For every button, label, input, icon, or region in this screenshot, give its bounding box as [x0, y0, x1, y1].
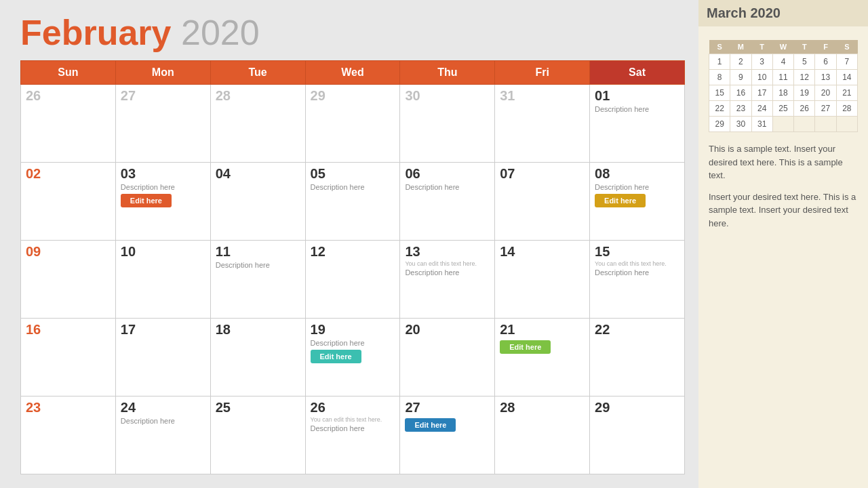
calendar-cell: 31: [495, 85, 590, 163]
day-description: Description here: [311, 183, 395, 191]
mini-week: 22232425262728: [709, 101, 858, 117]
calendar-cell: 05Description here: [305, 163, 400, 241]
day-number: 27: [405, 400, 490, 415]
calendar-cell: 02: [21, 163, 116, 241]
mini-day: 26: [794, 101, 815, 117]
mini-week: 15161718192021: [709, 85, 858, 101]
calendar-cell: 28: [210, 85, 305, 163]
day-description: Description here: [405, 268, 490, 277]
weekday-sun: Sun: [21, 61, 116, 85]
calendar-cell: 17: [115, 319, 210, 396]
day-number: 12: [311, 244, 395, 260]
day-number: 28: [216, 88, 300, 104]
sidebar-text-2: Insert your desired text here. This is a…: [709, 190, 858, 230]
day-number: 26: [311, 400, 395, 415]
mini-day: [815, 117, 836, 132]
calendar-cell: 06Description here: [400, 163, 495, 241]
day-number: 27: [121, 88, 205, 104]
calendar-cell: 01Description here: [590, 85, 685, 163]
mini-day: 14: [836, 70, 857, 85]
day-number: 11: [216, 244, 300, 260]
calendar-cell: 12: [305, 241, 400, 319]
day-number: 09: [26, 244, 111, 260]
mini-calendar-header: SMTWTFS: [709, 40, 858, 54]
calendar-cell: 08Description hereEdit here: [590, 163, 685, 241]
weekday-mon: Mon: [115, 61, 210, 85]
mini-day: [772, 117, 793, 132]
day-description: Description here: [595, 105, 679, 113]
mini-weekday: T: [794, 40, 815, 54]
mini-day: 28: [836, 101, 857, 117]
day-number: 07: [500, 166, 585, 182]
calendar-cell: 19Description hereEdit here: [305, 319, 400, 396]
mini-day: 20: [815, 85, 836, 101]
day-number: 04: [216, 166, 300, 182]
calendar-cell: 30: [400, 85, 495, 163]
mini-weekday: M: [730, 40, 751, 54]
mini-calendar-table: SMTWTFS 12345678910111213141516171819202…: [709, 40, 858, 132]
day-number: 30: [405, 88, 490, 104]
sidebar-title: March 2020: [698, 0, 868, 26]
mini-weekday: W: [772, 40, 793, 54]
mini-weekday: T: [751, 40, 772, 54]
day-note: You can edit this text here.: [405, 260, 490, 267]
mini-day: 25: [772, 101, 793, 117]
day-number: 25: [216, 400, 300, 415]
edit-button[interactable]: Edit here: [405, 418, 456, 432]
weekday-tue: Tue: [210, 61, 305, 85]
day-number: 23: [26, 400, 111, 415]
edit-button[interactable]: Edit here: [595, 194, 646, 207]
calendar-cell: 29: [590, 396, 685, 474]
day-number: 01: [595, 88, 679, 104]
mini-day: [794, 117, 815, 132]
mini-day: [836, 117, 857, 132]
day-number: 29: [311, 88, 395, 104]
mini-calendar: SMTWTFS 12345678910111213141516171819202…: [709, 40, 858, 132]
day-number: 18: [216, 322, 300, 338]
mini-weekday-row: SMTWTFS: [709, 40, 858, 54]
weekday-fri: Fri: [495, 61, 590, 85]
day-number: 10: [121, 244, 205, 260]
mini-week: 1234567: [709, 54, 858, 70]
day-description: Description here: [216, 261, 300, 269]
day-number: 13: [405, 244, 490, 260]
mini-day: 17: [751, 85, 772, 101]
day-number: 05: [311, 166, 395, 182]
weekday-row: SunMonTueWedThuFriSat: [21, 61, 685, 85]
day-number: 17: [121, 322, 205, 338]
mini-day: 1: [709, 54, 730, 70]
title-year: 2020: [181, 13, 260, 52]
mini-day: 3: [751, 54, 772, 70]
day-number: 26: [26, 88, 111, 104]
day-description: Description here: [405, 183, 490, 191]
day-number: 29: [595, 400, 679, 415]
sidebar: March 2020 SMTWTFS 123456789101112131415…: [698, 0, 868, 488]
mini-day: 13: [815, 70, 836, 85]
mini-day: 8: [709, 70, 730, 85]
mini-day: 15: [709, 85, 730, 101]
edit-button[interactable]: Edit here: [311, 350, 361, 363]
mini-week: 891011121314: [709, 70, 858, 85]
day-number: 21: [500, 322, 585, 338]
mini-weekday: S: [836, 40, 857, 54]
calendar-week-4: 2324Description here2526You can edit thi…: [21, 396, 685, 474]
weekday-thu: Thu: [400, 61, 495, 85]
calendar-cell: 16: [21, 319, 116, 396]
mini-day: 10: [751, 70, 772, 85]
mini-day: 19: [794, 85, 815, 101]
edit-button[interactable]: Edit here: [500, 340, 551, 354]
mini-weekday: S: [709, 40, 730, 54]
mini-day: 24: [751, 101, 772, 117]
mini-day: 23: [730, 101, 751, 117]
calendar-cell: 11Description here: [210, 241, 305, 319]
mini-day: 5: [794, 54, 815, 70]
title-month: February: [20, 13, 172, 52]
day-description: Description here: [121, 183, 205, 191]
calendar-cell: 10: [115, 241, 210, 319]
edit-button[interactable]: Edit here: [121, 194, 172, 207]
calendar-cell: 24Description here: [115, 396, 210, 474]
mini-day: 22: [709, 101, 730, 117]
weekday-sat: Sat: [590, 61, 685, 85]
mini-day: 16: [730, 85, 751, 101]
day-number: 31: [500, 88, 585, 104]
